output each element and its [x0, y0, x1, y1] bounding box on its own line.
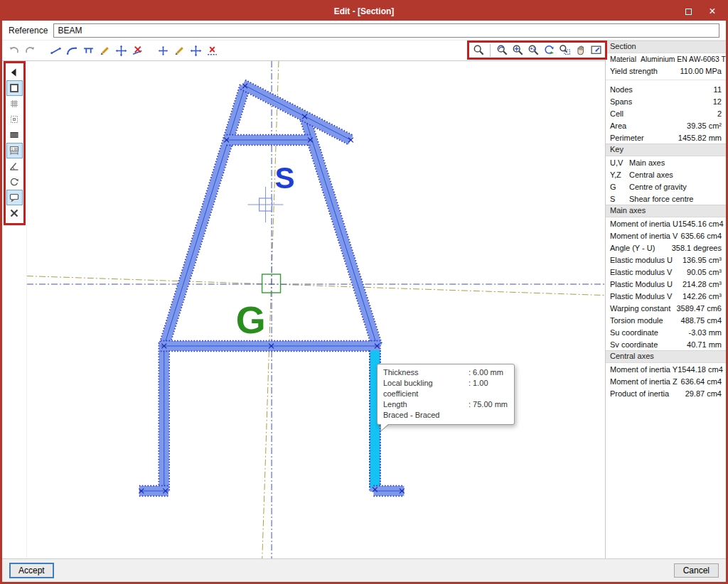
sidebar-button-tools[interactable]: [6, 205, 23, 221]
svg-text:1.00: 1.00: [11, 148, 18, 151]
move-span-icon[interactable]: [114, 43, 128, 58]
close-button[interactable]: ×: [700, 2, 724, 21]
member-right-leg[interactable]: [299, 115, 382, 347]
draw-segment-icon[interactable]: [48, 43, 63, 58]
member-bottom-chord[interactable]: [161, 341, 380, 352]
left-column: +2 1.00 SG Thickness: 6.00 mmLocal buckl…: [2, 40, 605, 558]
sidebar-button-comment[interactable]: [6, 190, 23, 205]
member-left-foot[interactable]: [139, 486, 168, 497]
property-value: 142.26 cm³: [682, 292, 722, 301]
draw-arc-icon[interactable]: [65, 43, 79, 58]
rectangle-tool-icon: [9, 82, 20, 94]
panel-header: Section: [606, 40, 726, 53]
property-label: Angle (Y - U): [610, 244, 655, 252]
property-value: 358.1 degrees: [672, 244, 722, 252]
tool-sidebar-highlight-box: 1.00: [4, 61, 26, 225]
sidebar-button-rectangle-tool[interactable]: [6, 80, 23, 96]
angle-icon: [9, 161, 20, 172]
property-label: Plastic Modulus V: [610, 292, 672, 301]
undo-icon[interactable]: [6, 43, 21, 58]
sidebar-button-dimension[interactable]: 1.00: [6, 143, 23, 158]
shear-centre-label: S: [275, 161, 295, 195]
property-row: Yield strength110.00 MPa: [606, 65, 726, 77]
edit-span-icon[interactable]: [97, 43, 112, 58]
mesh-icon: [9, 129, 20, 141]
accept-button[interactable]: Accept: [9, 563, 54, 578]
reference-input[interactable]: [53, 23, 719, 38]
property-label: Moment of inertia U: [610, 220, 678, 228]
property-row: Elastic modulus U136.95 cm³: [606, 254, 726, 266]
redraw-icon[interactable]: [542, 43, 556, 58]
section-canvas[interactable]: SG Thickness: 6.00 mmLocal buckling coef…: [26, 61, 605, 558]
property-label: Product of inertia: [610, 389, 669, 398]
property-label: Warping constant: [610, 304, 670, 313]
tooltip-row: Length: 75.00 mm: [383, 399, 508, 410]
sidebar-button-snap-grid[interactable]: [6, 112, 23, 127]
move-node-icon[interactable]: [188, 43, 203, 58]
titlebar: Edit - [Section] ×: [2, 2, 726, 21]
main-row: +2 1.00 SG Thickness: 6.00 mmLocal buckl…: [2, 40, 726, 558]
member-collar-tie[interactable]: [227, 135, 311, 146]
property-label: Area: [610, 121, 626, 130]
pan-icon[interactable]: [573, 43, 587, 58]
property-label: Cell: [610, 109, 623, 118]
sidebar-button-mesh[interactable]: [6, 127, 23, 143]
property-row: Nodes11: [606, 83, 726, 95]
comment-icon: [9, 192, 20, 203]
property-value: 39.35 cm²: [687, 121, 722, 130]
tooltip-label: Length: [383, 399, 469, 410]
insert-node-icon[interactable]: [156, 43, 170, 58]
edit-node-icon[interactable]: [172, 43, 186, 58]
tooltip-label: Braced - Braced: [383, 410, 469, 421]
property-value: 1455.82 mm: [678, 134, 722, 142]
grid-icon: [9, 98, 20, 109]
sidebar-button-collapse-arrow[interactable]: [6, 65, 23, 80]
maximize-button[interactable]: [676, 2, 700, 21]
property-row: Moment of inertia Y1544.18 cm4: [606, 363, 726, 375]
fit-window-icon[interactable]: [589, 43, 603, 58]
property-label: Yield strength: [610, 67, 658, 75]
tool-sidebar: 1.00: [2, 61, 26, 558]
property-value: Centre of gravity: [629, 183, 687, 191]
redo-icon[interactable]: [23, 43, 37, 58]
property-label: Material: [610, 55, 636, 63]
property-row: GCentre of gravity: [606, 180, 726, 193]
property-value: 11: [714, 85, 722, 94]
sidebar-button-grid[interactable]: [6, 96, 23, 112]
property-value: 90.05 cm³: [687, 268, 722, 276]
snap-grid-icon: [9, 114, 20, 125]
property-label: Moment of inertia Y: [610, 365, 678, 374]
property-value: 12: [713, 97, 722, 106]
window-title: Edit - [Section]: [2, 6, 726, 16]
property-row: Product of inertia29.87 cm4: [606, 387, 726, 399]
property-row: Plastic Modulus V142.26 cm³: [606, 290, 726, 302]
property-row: MaterialAluminium EN AW-6063 T5: [606, 53, 726, 65]
property-label: Plastic Modulus U: [610, 280, 673, 288]
member-left-post[interactable]: [159, 342, 169, 492]
zoom-previous-icon[interactable]: [495, 43, 509, 58]
zoom-all-icon[interactable]: [510, 43, 525, 58]
property-label: Nodes: [610, 85, 633, 94]
sidebar-button-angle[interactable]: [6, 158, 23, 174]
property-label: Elastic modulus U: [610, 256, 673, 264]
delete-span-icon[interactable]: [130, 43, 144, 58]
property-label: G: [610, 183, 629, 191]
search-icon[interactable]: [471, 43, 486, 58]
dimension-icon: 1.00: [9, 145, 20, 156]
tooltip-row: Local buckling coefficient: 1.00: [383, 378, 508, 399]
property-value: Central axes: [629, 171, 673, 179]
span-tooltip: Thickness: 6.00 mmLocal buckling coeffic…: [377, 364, 515, 425]
draw-double-segment-icon[interactable]: [81, 43, 95, 58]
property-value: 136.95 cm³: [682, 256, 722, 264]
zoom-double-icon[interactable]: +2: [526, 43, 540, 58]
member-right-foot[interactable]: [373, 486, 404, 497]
reference-row: Reference: [2, 21, 726, 40]
delete-node-icon[interactable]: [205, 43, 219, 58]
property-value: 29.87 cm4: [685, 389, 722, 398]
property-value: 214.28 cm³: [682, 280, 722, 288]
cancel-button[interactable]: Cancel: [674, 563, 719, 578]
property-label: Perimeter: [610, 134, 644, 142]
sidebar-button-rotate[interactable]: [6, 174, 23, 190]
panel-separator: [606, 80, 726, 80]
zoom-window-icon[interactable]: [557, 43, 572, 58]
